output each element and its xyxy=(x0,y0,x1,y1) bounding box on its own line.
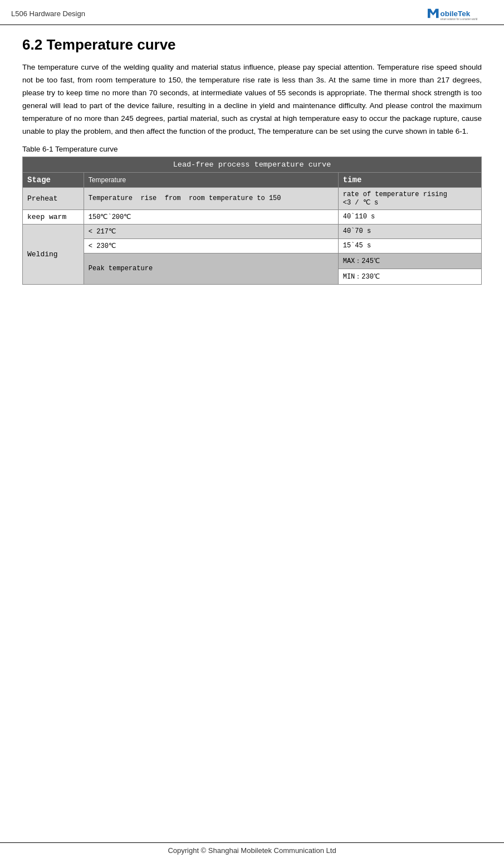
svg-text:obileTek: obileTek xyxy=(441,9,471,18)
page-header: L506 Hardware Design obileTek smart solu… xyxy=(0,0,504,25)
body-paragraph: The temperature curve of the welding qua… xyxy=(22,61,482,138)
copyright-text: Copyright © Shanghai Mobiletek Communica… xyxy=(168,846,336,855)
welding-temp-2: < 230℃ xyxy=(84,238,338,253)
keepwarm-stage: keep warm xyxy=(23,209,84,224)
keepwarm-temperature: 150℃`200℃ xyxy=(84,209,338,224)
temperature-table: Lead-free process temperature curve Stag… xyxy=(22,157,482,285)
col-stage-header: Stage xyxy=(23,172,84,187)
table-title-cell: Lead-free process temperature curve xyxy=(23,157,482,172)
welding-max: MAX：245℃ xyxy=(338,253,481,269)
document-title: L506 Hardware Design xyxy=(11,9,85,18)
page-footer: Copyright © Shanghai Mobiletek Communica… xyxy=(0,842,504,858)
table-title-row: Lead-free process temperature curve xyxy=(23,157,482,172)
welding-time-1: 40`70 s xyxy=(338,224,481,238)
table-col-header-row: Stage Temperature time xyxy=(23,172,482,187)
table-row-welding-3a: Peak temperature MAX：245℃ xyxy=(23,253,482,269)
table-caption: Table 6-1 Temperature curve xyxy=(22,145,482,153)
table-row-welding-2: < 230℃ 15`45 s xyxy=(23,238,482,253)
table-row-welding-1: Welding < 217℃ 40`70 s xyxy=(23,224,482,238)
svg-text:smart solution for a smarter w: smart solution for a smarter world xyxy=(441,18,478,21)
svg-marker-0 xyxy=(428,9,439,18)
preheat-stage: Preheat xyxy=(23,187,84,209)
keepwarm-time: 40`110 s xyxy=(338,209,481,224)
table-row-keepwarm: keep warm 150℃`200℃ 40`110 s xyxy=(23,209,482,224)
table-row-preheat: Preheat Temperature rise from room tempe… xyxy=(23,187,482,209)
welding-time-2: 15`45 s xyxy=(338,238,481,253)
welding-temp-1: < 217℃ xyxy=(84,224,338,238)
welding-peak-label: Peak temperature xyxy=(84,253,338,284)
section-heading: 6.2 Temperature curve xyxy=(22,36,482,53)
col-time-header: time xyxy=(338,172,481,187)
preheat-time: rate of temperature rising<3 / ℃ s xyxy=(338,187,481,209)
preheat-temperature: Temperature rise from room temperature t… xyxy=(84,187,338,209)
logo: obileTek smart solution for a smarter wo… xyxy=(426,4,493,22)
welding-min: MIN：230℃ xyxy=(338,269,481,284)
col-temperature-header: Temperature xyxy=(84,172,338,187)
main-content: 6.2 Temperature curve The temperature cu… xyxy=(0,25,504,318)
welding-stage: Welding xyxy=(23,224,84,284)
mobiletek-logo: obileTek smart solution for a smarter wo… xyxy=(426,4,493,22)
